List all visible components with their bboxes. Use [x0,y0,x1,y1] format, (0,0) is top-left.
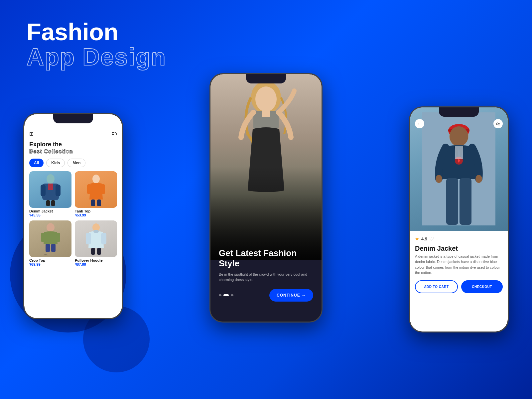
product-price-denim: $45.55 [29,213,71,217]
svg-rect-11 [97,200,101,206]
svg-point-23 [93,230,99,233]
explore-title: Explore the [29,141,117,148]
phone-notch-middle [246,74,286,83]
continue-label: CONTINUE → [277,293,306,298]
fashion-person-svg [233,74,299,234]
svg-point-17 [43,254,48,255]
product-img-crop [29,220,71,257]
middle-content: Get Latest Fashion Style Be in the spotl… [210,248,322,302]
svg-rect-8 [87,184,91,194]
star-icon: ★ [415,236,419,241]
filter-kids[interactable]: Kids [46,159,65,167]
product-name-pullover: Pullover Hoodie [75,258,117,262]
right-phone: ← 🛍 [409,106,509,332]
svg-point-34 [436,175,442,183]
phone-button-left2-left [23,164,24,182]
phone-button-left3-middle [209,146,210,164]
svg-point-7 [92,175,100,183]
phone-notch-left [53,114,93,123]
cart-button-right[interactable]: 🛍 [493,119,503,128]
continue-button[interactable]: CONTINUE → [269,289,313,302]
page-title-block: Fashion App Design [27,20,166,70]
middle-hero-image [210,74,322,260]
svg-rect-5 [51,200,55,206]
left-phone-screen: ⊞ 🛍 Explore the Best Collection All Kids… [24,114,122,318]
pullover-figure [75,220,117,257]
svg-rect-38 [455,146,463,159]
svg-point-32 [450,126,468,146]
dot-3 [231,294,233,296]
product-price-tank: $53.99 [75,213,117,217]
phone-button-left1-right [409,141,410,152]
phone-button-left3-right [409,179,410,197]
product-name-crop: Crop Top [29,258,71,262]
rating-value: 4.9 [421,236,427,241]
phone-button-left1-middle [209,107,210,119]
product-card-pullover[interactable]: Pullover Hoodie $87.88 [75,220,117,266]
svg-rect-4 [46,200,50,206]
svg-point-25 [255,86,277,112]
hero-bg [210,74,322,260]
middle-headline: Get Latest Fashion Style [219,248,313,269]
middle-subtext: Be in the spotlight of the crowd with yo… [219,272,313,282]
middle-phone-screen: Get Latest Fashion Style Be in the spotl… [210,74,322,322]
left-phone: ⊞ 🛍 Explore the Best Collection All Kids… [23,113,123,319]
phone-button-left2-middle [209,124,210,142]
product-description: A denim jacket is a type of casual jacke… [415,254,503,276]
product-grid: Denim Jacket $45.55 [29,171,117,266]
tank-top-figure [75,171,117,208]
product-card-tank-top[interactable]: Tank Top $53.99 [75,171,117,217]
svg-rect-21 [91,248,95,255]
crop-top-figure [29,220,71,257]
phone-notch-right [439,107,479,117]
svg-rect-9 [101,184,105,194]
menu-icon[interactable]: ⊞ [29,131,34,137]
pagination-dots [219,294,233,296]
filter-men[interactable]: Men [67,159,85,167]
heart-icon[interactable]: ♡ [429,236,434,242]
svg-rect-13 [41,233,46,242]
left-screen-content: ⊞ 🛍 Explore the Best Collection All Kids… [24,114,122,271]
right-product-details: ★ 4.9 ♡ Denim Jacket A denim jacket is a… [410,231,508,332]
svg-rect-20 [101,233,106,244]
phone-button-left1-left [23,147,24,159]
svg-point-35 [475,175,482,183]
checkout-button[interactable]: CHECKOUT [461,280,503,293]
svg-rect-27 [262,110,270,117]
svg-rect-15 [46,244,50,252]
svg-rect-36 [446,178,458,225]
phone-button-left3-left [23,186,24,204]
back-button[interactable]: ← [415,119,424,128]
middle-bottom-bar: CONTINUE → [219,289,313,302]
product-name-denim: Denim Jacket [29,209,71,213]
best-collection-subtitle: Best Collection [29,149,117,155]
action-buttons: ADD TO CART CHECKOUT [415,280,503,293]
svg-rect-19 [86,233,91,244]
add-to-cart-button[interactable]: ADD TO CART [415,280,458,293]
product-card-crop-top[interactable]: Crop Top $69.99 [29,220,71,266]
svg-rect-37 [460,178,471,225]
svg-rect-6 [48,184,53,190]
phone-button-right-middle [322,114,323,134]
svg-rect-10 [91,200,95,206]
left-top-bar: ⊞ 🛍 [29,131,117,137]
product-card-denim-jacket[interactable]: Denim Jacket $45.55 [29,171,71,217]
dot-1 [219,294,221,296]
middle-phone: Get Latest Fashion Style Be in the spotl… [209,73,323,323]
filter-all[interactable]: All [29,159,44,167]
right-top-bar: ← 🛍 [410,119,508,128]
cart-icon-left[interactable]: 🛍 [112,131,117,137]
title-app-design: App Design [27,44,166,70]
product-name-tank: Tank Top [75,209,117,213]
product-detail-name: Denim Jacket [415,245,503,252]
filter-tabs: All Kids Men [29,159,117,167]
right-hero-image: ← 🛍 [410,107,508,231]
product-price-pullover: $87.88 [75,262,117,266]
phone-button-left2-right [409,157,410,176]
product-img-tank [75,171,117,208]
rating-row: ★ 4.9 ♡ [415,236,503,242]
svg-point-12 [47,223,55,232]
svg-point-0 [47,174,55,184]
svg-rect-16 [51,244,56,252]
product-price-crop: $69.99 [29,262,71,266]
